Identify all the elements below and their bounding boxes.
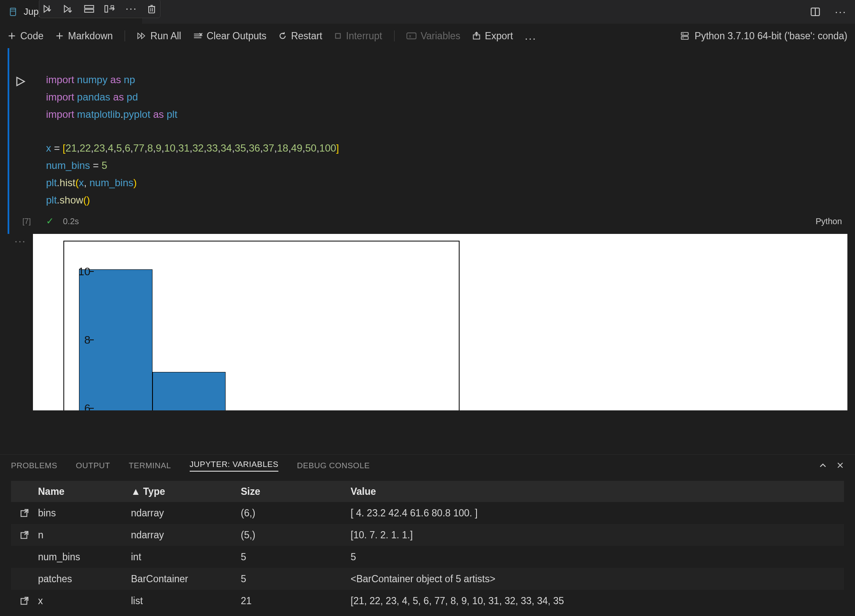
- restart-label: Restart: [291, 30, 322, 42]
- split-editor-icon[interactable]: [807, 5, 824, 19]
- run-all-label: Run All: [150, 30, 181, 42]
- cell-active-indicator: [8, 48, 9, 234]
- restart-icon: [278, 32, 287, 40]
- cell-output-row: ··· 10864: [8, 234, 849, 410]
- var-type: list: [131, 595, 241, 607]
- interrupt-icon: [334, 32, 342, 40]
- var-type: ndarray: [131, 529, 241, 541]
- interrupt-button[interactable]: Interrupt: [334, 30, 382, 42]
- add-markdown-label: Markdown: [68, 30, 113, 42]
- collapse-panel-icon[interactable]: [819, 461, 827, 470]
- close-panel-icon[interactable]: [836, 461, 844, 470]
- plus-icon: [55, 32, 64, 40]
- var-name: num_bins: [38, 551, 131, 563]
- restart-button[interactable]: Restart: [278, 30, 322, 42]
- y-tick-label: 8: [70, 334, 90, 347]
- tab-debug-console[interactable]: DEBUG CONSOLE: [297, 461, 370, 470]
- server-icon: [680, 31, 689, 41]
- chart-bar: [152, 372, 226, 410]
- col-size[interactable]: Size: [241, 486, 351, 497]
- tab-jupyter-variables[interactable]: JUPYTER: VARIABLES: [190, 460, 278, 472]
- svg-line-49: [25, 597, 28, 601]
- add-code-button[interactable]: Code: [8, 30, 44, 42]
- variables-button[interactable]: x Variables: [406, 30, 460, 42]
- var-size: 5: [241, 551, 351, 563]
- separator: [394, 30, 395, 41]
- run-cell-icon[interactable]: [15, 76, 26, 87]
- y-tick-mark: [90, 408, 94, 409]
- var-name: patches: [38, 573, 131, 585]
- y-tick-mark: [90, 339, 94, 340]
- svg-rect-19: [407, 33, 416, 39]
- panel-controls: [819, 461, 844, 470]
- svg-point-26: [683, 38, 683, 38]
- output-gutter: ···: [8, 234, 33, 410]
- kernel-selector[interactable]: Python 3.7.10 64-bit ('base': conda): [680, 30, 847, 42]
- var-name: bins: [38, 507, 131, 519]
- kernel-label: Python 3.7.10 64-bit ('base': conda): [694, 30, 847, 42]
- var-size: (5,): [241, 529, 351, 541]
- var-value: [21, 22, 23, 4, 5, 6, 77, 8, 9, 10, 31, …: [351, 595, 844, 607]
- tabbar-actions: ···: [807, 0, 850, 24]
- sort-asc-icon: ▲: [131, 486, 141, 497]
- popout-icon[interactable]: [11, 508, 38, 518]
- export-label: Export: [485, 30, 513, 42]
- variables-table: Name ▲Type Size Value binsndarray(6,)[ 4…: [0, 477, 855, 616]
- cell-main: import numpy as np import pandas as pd i…: [33, 51, 849, 234]
- svg-marker-12: [142, 33, 145, 38]
- cell-lang: Python: [816, 217, 842, 226]
- var-type: BarContainer: [131, 573, 241, 585]
- svg-point-25: [683, 33, 683, 34]
- svg-text:x: x: [409, 33, 411, 38]
- svg-marker-11: [138, 33, 141, 38]
- code-editor[interactable]: import numpy as np import pandas as pd i…: [33, 51, 849, 213]
- histogram-plot: 10864: [63, 241, 460, 410]
- tab-terminal[interactable]: TERMINAL: [129, 461, 171, 470]
- var-value: [ 4. 23.2 42.4 61.6 80.8 100. ]: [351, 507, 844, 519]
- add-markdown-button[interactable]: Markdown: [55, 30, 113, 42]
- variable-row[interactable]: xlist21[21, 22, 23, 4, 5, 6, 77, 8, 9, 1…: [11, 590, 844, 612]
- export-icon: [472, 32, 481, 40]
- var-value: <BarContainer object of 5 artists>: [351, 573, 844, 585]
- svg-rect-18: [335, 33, 340, 38]
- svg-line-47: [25, 532, 28, 535]
- variable-row[interactable]: patchesBarContainer5<BarContainer object…: [11, 568, 844, 590]
- tab-problems[interactable]: PROBLEMS: [11, 461, 57, 470]
- more-actions-icon[interactable]: ···: [831, 4, 850, 20]
- clear-outputs-label: Clear Outputs: [207, 30, 267, 42]
- export-button[interactable]: Export: [472, 30, 513, 42]
- clear-outputs-button[interactable]: Clear Outputs: [193, 30, 267, 42]
- code-cell: import numpy as np import pandas as pd i…: [8, 48, 849, 234]
- var-size: 21: [241, 595, 351, 607]
- tabbar-spacer: [142, 0, 807, 24]
- col-name[interactable]: Name: [38, 486, 131, 497]
- plot-frame: [63, 241, 460, 410]
- clear-outputs-icon: [193, 32, 202, 40]
- tab-output[interactable]: OUTPUT: [76, 461, 110, 470]
- col-value[interactable]: Value: [351, 486, 844, 497]
- y-tick-mark: [90, 271, 94, 272]
- more-icon[interactable]: ...: [525, 30, 536, 43]
- popout-icon[interactable]: [11, 530, 38, 540]
- separator: [125, 30, 125, 41]
- col-type[interactable]: ▲Type: [131, 486, 241, 497]
- svg-rect-23: [681, 33, 689, 35]
- variable-row[interactable]: binsndarray(6,)[ 4. 23.2 42.4 61.6 80.8 …: [11, 502, 844, 524]
- panel-tab-bar: PROBLEMS OUTPUT TERMINAL JUPYTER: VARIAB…: [0, 455, 855, 477]
- variables-label: Variables: [421, 30, 460, 42]
- variable-row[interactable]: num_binsint55: [11, 546, 844, 568]
- run-all-icon: [137, 32, 146, 40]
- interrupt-label: Interrupt: [346, 30, 382, 42]
- popout-icon[interactable]: [11, 596, 38, 605]
- y-tick-label: 6: [70, 402, 90, 410]
- run-all-button[interactable]: Run All: [137, 30, 181, 42]
- var-type: ndarray: [131, 507, 241, 519]
- svg-rect-24: [681, 36, 689, 39]
- variable-row[interactable]: nndarray(5,)[10. 7. 2. 1. 1.]: [11, 524, 844, 546]
- notebook-body: ··· import numpy as np import pandas as …: [0, 48, 855, 454]
- exec-count: [7]: [7, 217, 31, 226]
- svg-rect-0: [11, 8, 16, 16]
- var-type: int: [131, 551, 241, 563]
- var-value: [10. 7. 2. 1. 1.]: [351, 529, 844, 541]
- col-type-label: Type: [143, 486, 165, 497]
